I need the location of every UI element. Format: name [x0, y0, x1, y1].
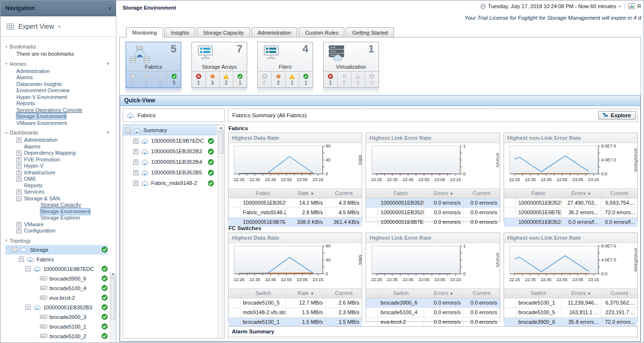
topology-node-brocade3900-6[interactable]: +brocade3900_6 — [5, 274, 108, 283]
topology-node-brocade5100-1[interactable]: +brocade5100_1 — [5, 322, 108, 331]
expand-icon[interactable]: + — [16, 157, 22, 162]
sidebar-item-datacenter-insights[interactable]: Datacenter Insights — [16, 81, 116, 88]
sidebar-item-services[interactable]: +Services — [16, 189, 116, 196]
collapse-icon[interactable]: − — [126, 128, 131, 133]
table-row[interactable]: 100000051EB352B40.0 errors/s0.0 errors/s — [366, 198, 499, 208]
table-row[interactable]: brocade5100_5163,811.1 ...223,191.7 ... — [504, 308, 637, 318]
sidebar-item-storage-capacity[interactable]: +Storage Capacity — [33, 202, 116, 208]
sidebar-item-fve-promotion[interactable]: +FVE Promotion — [16, 157, 116, 163]
expand-icon[interactable]: + — [133, 138, 139, 144]
collapse-icon[interactable]: − — [16, 196, 22, 201]
table-row[interactable]: brocade3900_60.0 errors/s0.0 errors/s — [366, 298, 499, 308]
topology-node-brocade5100-5[interactable]: +brocade5100_5 — [5, 341, 108, 343]
status-filter-critical[interactable]: 0 — [139, 72, 153, 87]
sidebar-item-reports[interactable]: +Reports — [16, 183, 116, 189]
filter-icon[interactable]: ▼ — [106, 130, 110, 135]
column-header-name[interactable]: Fabric — [240, 189, 286, 198]
topology-node-brocade3900-3[interactable]: +brocade3900_3 — [5, 312, 108, 322]
expand-icon[interactable]: + — [16, 189, 22, 195]
tab-administration[interactable]: Administration — [252, 27, 298, 37]
explore-button[interactable]: Explore — [598, 111, 636, 120]
status-filter-warning[interactable]: 2 — [219, 72, 233, 87]
tile-virtualization[interactable]: 1Virtualization1000 — [323, 42, 379, 88]
table-row[interactable]: brocade5100_512.7 MB/s2.6 MB/s — [228, 298, 362, 308]
tab-insights[interactable]: Insights — [164, 27, 195, 37]
sidebar-item-environment-overview[interactable]: Environment Overview — [16, 87, 116, 94]
table-row[interactable]: 100000051E9B7EDC0.0 errors/s0.0 errors/s — [366, 218, 499, 227]
tile-filers[interactable]: 4Filers0211 — [257, 42, 313, 88]
scrollbar-thumb[interactable] — [218, 133, 224, 154]
alarm-column-time[interactable]: Time — [272, 337, 329, 339]
sidebar-item-infrastructure[interactable]: +Infrastructure — [16, 170, 116, 176]
row-name[interactable]: brocade5100_1 — [516, 298, 561, 307]
status-filter-fatal[interactable]: 0 — [258, 72, 271, 87]
row-name[interactable]: Fabric_mds9148-2 — [240, 208, 286, 217]
table-row[interactable]: mds9148-2.vfs.stc....1.5 MB/s2.3 MB/s — [228, 308, 362, 318]
table-row[interactable]: brocade5100_111,239,946...6,370,562.... — [504, 298, 637, 308]
tree-scrollbar[interactable]: ▲ — [217, 125, 224, 338]
status-filter-fatal[interactable]: 1 — [324, 72, 337, 87]
tab-getting-started[interactable]: Getting Started — [346, 27, 394, 37]
sidebar-item-alarms[interactable]: +Alarms — [16, 144, 116, 150]
table-row[interactable]: 100000051EB352B314.2 MB/s4.3 MB/s — [228, 198, 362, 208]
tab-custom-rules[interactable]: Custom Rules — [299, 27, 344, 37]
status-filter-normal[interactable]: 1 — [299, 72, 313, 87]
section-collapse-icon[interactable]: ▾ — [5, 131, 7, 135]
row-name[interactable]: 100000051EB352B3 — [516, 198, 561, 208]
sidebar-item-administration[interactable]: +Administration — [16, 137, 116, 144]
collapse-icon[interactable]: − — [25, 305, 31, 310]
table-row[interactable]: 100000051EB352B327,490,703...6,593,754..… — [504, 198, 637, 208]
row-name[interactable]: eva-brcd-2 — [378, 318, 423, 327]
row-name[interactable]: 100000051EB352B3 — [378, 208, 423, 217]
status-filter-normal[interactable]: 5 — [167, 72, 181, 87]
column-header-name[interactable]: Fabric — [378, 189, 423, 198]
topology-scrollbar[interactable]: ▲ — [110, 271, 116, 343]
status-filter-fatal[interactable]: 0 — [126, 72, 139, 87]
expand-icon[interactable]: + — [16, 137, 22, 143]
sidebar-item-vmware-environment[interactable]: VMware Environment — [16, 120, 116, 127]
quickview-node-fabric-mds9148-2[interactable]: +Fabric_mds9148-2 — [123, 178, 217, 188]
expand-icon[interactable]: + — [16, 176, 22, 182]
column-header-value[interactable]: Rate ▼ — [286, 189, 325, 198]
column-header-current[interactable]: Current — [325, 289, 362, 298]
time-range-label[interactable]: Tuesday, July 17, 2018 10:24:08 PM - Now… — [488, 3, 617, 9]
sidebar-item-ome[interactable]: +OME — [16, 176, 116, 183]
row-name[interactable]: brocade5100_5 — [516, 308, 561, 317]
expand-icon[interactable]: + — [133, 170, 139, 175]
sidebar-item-service-operations-console[interactable]: Service Operations Console — [16, 107, 116, 114]
status-filter-critical[interactable]: 2 — [271, 72, 285, 87]
collapse-panel-icon[interactable]: ‹ — [109, 4, 111, 12]
status-filter-warning[interactable]: 0 — [351, 72, 365, 87]
table-row[interactable]: Fabric_mds9148-22.8 MB/s4.5 MB/s — [228, 208, 362, 218]
column-header-value[interactable]: Errors ▼ — [424, 289, 463, 298]
scrollbar-thumb[interactable] — [111, 279, 115, 320]
sidebar-item-administration[interactable]: Administration — [16, 68, 116, 75]
table-row[interactable]: brocade3900_635.8 errors...72.0 errors..… — [504, 318, 637, 327]
expand-icon[interactable]: + — [16, 163, 22, 169]
row-name[interactable]: brocade5100_5 — [240, 298, 286, 307]
reports-icon[interactable] — [629, 3, 635, 9]
status-filter-fatal[interactable]: 1 — [192, 72, 205, 87]
table-settings-icon[interactable]: ☰▾ — [627, 337, 637, 339]
column-header-value[interactable]: Errors ▼ — [561, 289, 601, 298]
sidebar-item-vmware[interactable]: +VMware — [16, 221, 116, 228]
expert-view-selector[interactable]: Expert View ▾ — [0, 16, 116, 37]
alarm-column-instance-name[interactable]: Instance Name — [390, 337, 540, 339]
topology-node-100000051e9b7edc[interactable]: −100000051E9B7EDC — [5, 264, 108, 274]
tab-monitoring[interactable]: Monitoring — [126, 27, 163, 37]
row-name[interactable]: 100000051EB352B4 — [516, 218, 561, 227]
sidebar-item-alarms[interactable]: Alarms — [16, 74, 116, 81]
expand-icon[interactable]: + — [16, 170, 22, 175]
tile-storage-arrays[interactable]: 7Storage Arrays1321 — [191, 42, 247, 88]
reports-label[interactable]: R — [637, 3, 641, 9]
column-header-current[interactable]: Current — [601, 289, 637, 298]
sidebar-item-reports[interactable]: Reports — [16, 100, 116, 107]
time-range-dropdown-icon[interactable]: ▾ — [619, 4, 620, 9]
tile-fabrics[interactable]: 5Fabrics0005 — [126, 42, 181, 88]
column-header-current[interactable]: Current — [601, 189, 637, 198]
column-header-current[interactable]: Current — [463, 289, 500, 298]
sidebar-item-storage-environment[interactable]: Storage Environment — [16, 113, 116, 120]
table-row[interactable]: brocade5100_11.5 MB/s1.5 MB/s — [228, 318, 362, 327]
status-filter-warning[interactable]: 1 — [285, 72, 299, 87]
expand-icon[interactable]: + — [133, 149, 139, 154]
